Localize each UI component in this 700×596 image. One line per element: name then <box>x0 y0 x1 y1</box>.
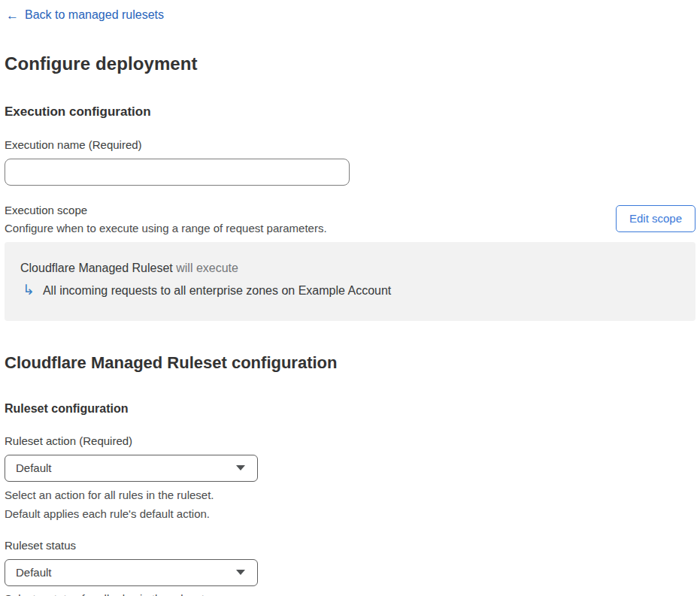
configure-deployment-page: ← Back to managed rulesets Configure dep… <box>0 0 700 596</box>
execution-scope-text: Execution scope Configure when to execut… <box>5 204 327 234</box>
chevron-down-icon <box>236 465 245 470</box>
ruleset-configuration-section-heading: Cloudflare Managed Ruleset configuration <box>5 353 695 373</box>
back-to-managed-rulesets-link[interactable]: ← Back to managed rulesets <box>6 8 164 22</box>
execution-scope-row: Execution scope Configure when to execut… <box>5 204 695 234</box>
ruleset-action-help-2: Default applies each rule's default acti… <box>5 507 695 520</box>
execution-name-input[interactable] <box>5 159 350 186</box>
execution-scope-label: Execution scope <box>5 204 327 216</box>
ruleset-status-label: Ruleset status <box>5 539 695 552</box>
execution-name-label: Execution name (Required) <box>5 138 695 151</box>
back-link-label: Back to managed rulesets <box>25 8 164 22</box>
page-title: Configure deployment <box>5 53 695 74</box>
execution-scope-summary-box: Cloudflare Managed Ruleset will execute … <box>5 242 695 321</box>
scope-target-line: ↳ All incoming requests to all enterpris… <box>23 284 680 298</box>
ruleset-status-selected-value: Default <box>16 566 52 579</box>
scope-will-execute-text: will execute <box>176 262 238 274</box>
ruleset-action-help-1: Select an action for all rules in the ru… <box>5 489 695 501</box>
back-arrow-icon: ← <box>6 9 19 22</box>
chevron-down-icon <box>236 570 245 575</box>
execution-scope-description: Configure when to execute using a range … <box>5 222 327 234</box>
ruleset-configuration-subheading: Ruleset configuration <box>5 402 695 416</box>
ruleset-status-help: Select a status for all rules in the rul… <box>5 592 695 596</box>
edit-scope-button[interactable]: Edit scope <box>616 205 695 232</box>
scope-summary-line: Cloudflare Managed Ruleset will execute <box>20 262 680 275</box>
ruleset-action-selected-value: Default <box>16 461 52 474</box>
scope-target-text: All incoming requests to all enterprise … <box>43 284 391 298</box>
ruleset-action-select[interactable]: Default <box>5 455 258 482</box>
ruleset-status-select[interactable]: Default <box>5 559 258 586</box>
scope-ruleset-name: Cloudflare Managed Ruleset <box>20 262 173 274</box>
hook-arrow-icon: ↳ <box>23 283 35 297</box>
ruleset-action-label: Ruleset action (Required) <box>5 434 695 447</box>
execution-configuration-heading: Execution configuration <box>5 104 695 120</box>
